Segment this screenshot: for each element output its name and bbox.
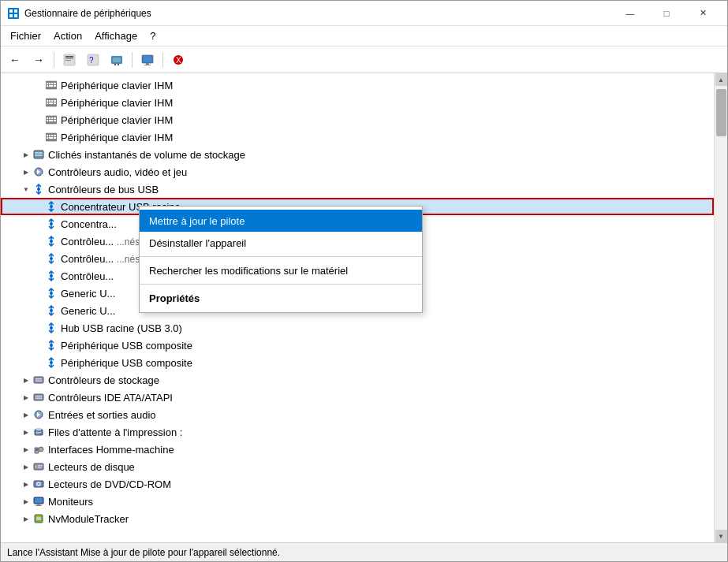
ctx-properties[interactable]: Propriétés [140, 287, 422, 309]
minimize-button[interactable]: — [612, 1, 648, 26]
svg-rect-79 [36, 434, 39, 434]
tree-item-kbd4[interactable]: Périphérique clavier IHM [1, 128, 714, 146]
tree-item-hub-usb3[interactable]: Hub USB racine (USB 3.0) [1, 319, 714, 337]
svg-rect-35 [54, 102, 56, 104]
back-button[interactable]: ← [4, 50, 26, 70]
expand-icon [32, 79, 45, 91]
menu-action[interactable]: Action [47, 28, 88, 45]
expand-icon: ▶ [20, 166, 32, 178]
svg-rect-51 [54, 137, 56, 139]
close-button[interactable]: ✕ [685, 1, 721, 26]
svg-rect-40 [54, 117, 56, 119]
tree-item-ide[interactable]: ▶ Contrôleurs IDE ATA/ATAPI [1, 389, 714, 406]
menu-bar: Fichier Action Affichage ? [1, 26, 727, 47]
expand-icon [32, 131, 45, 143]
tree-item-composite1[interactable]: Périphérique USB composite [1, 337, 714, 354]
tree-item-kbd3[interactable]: Périphérique clavier IHM [1, 111, 714, 128]
window-title: Gestionnaire de périphériques [24, 8, 612, 19]
svg-rect-46 [49, 135, 50, 136]
expand-icon [32, 287, 45, 300]
svg-point-62 [50, 274, 53, 277]
ctx-separator-1 [140, 256, 422, 257]
menu-affichage[interactable]: Affichage [88, 28, 144, 45]
keyboard-icon [45, 96, 58, 109]
properties-button[interactable] [58, 50, 80, 70]
tree-item-audio-io[interactable]: ▶ Entrées et sorties audio [1, 406, 714, 423]
svg-rect-91 [37, 504, 40, 505]
tree-item-monitors[interactable]: ▶ Moniteurs [1, 493, 714, 510]
scrollbar[interactable]: ▲ ▼ [714, 73, 727, 542]
disk-icon [32, 460, 45, 473]
svg-text:?: ? [89, 56, 94, 65]
tree-label: Moniteurs [48, 496, 93, 508]
svg-rect-39 [51, 117, 53, 119]
expand-icon: ▶ [20, 478, 32, 490]
ctx-update-driver[interactable]: Mettre à jour le pilote [140, 210, 422, 232]
monitor-icon [32, 495, 45, 508]
svg-rect-15 [142, 55, 153, 63]
maximize-button[interactable]: □ [648, 1, 685, 26]
tree-item-hmi[interactable]: ▶ Interfaces Homme-machine [1, 441, 714, 458]
svg-rect-33 [47, 102, 48, 104]
ctx-uninstall-device[interactable]: Désinstaller l'appareil [140, 232, 422, 254]
dvd-icon [32, 478, 45, 490]
window-icon [7, 7, 20, 20]
usb-icon [45, 235, 58, 248]
title-bar: Gestionnaire de périphériques — □ ✕ [1, 1, 727, 26]
svg-rect-4 [14, 14, 17, 17]
expand-icon [32, 235, 45, 248]
storage-icon [32, 391, 45, 404]
ctx-scan-hardware[interactable]: Rechercher les modifications sur le maté… [140, 259, 422, 281]
tree-item-audio[interactable]: ▶ Contrôleurs audio, vidéo et jeu [1, 163, 714, 181]
tree-label: Périphérique clavier IHM [61, 132, 173, 143]
uninstall-button[interactable]: X [167, 50, 189, 70]
update-driver-button[interactable]: ? [82, 50, 104, 70]
expand-icon [32, 114, 45, 126]
tree-item-usb-root[interactable]: ▼ Contrôleurs de bus USB [1, 181, 714, 198]
svg-rect-23 [51, 83, 53, 84]
storage-icon [32, 374, 45, 386]
svg-rect-48 [54, 135, 56, 136]
tree-item-kbd1[interactable]: Périphérique clavier IHM [1, 76, 714, 94]
svg-rect-70 [35, 381, 42, 382]
scroll-up[interactable]: ▲ [715, 73, 727, 86]
svg-rect-68 [34, 377, 43, 383]
tree-item-snapshots[interactable]: ▶ Clichés instantanés de volume de stock… [1, 146, 714, 163]
svg-point-57 [37, 188, 40, 191]
expand-icon: ▶ [20, 443, 32, 456]
toolbar-separator-3 [162, 52, 163, 68]
tree-item-nvmodule[interactable]: ▶ NvModuleTracker [1, 510, 714, 527]
tree-item-print[interactable]: ▶ Files d'attente à l'impression : [1, 423, 714, 441]
toolbar: ← → ? [1, 47, 727, 73]
svg-rect-85 [38, 465, 43, 467]
monitor-button[interactable] [136, 50, 159, 70]
expand-icon: ▶ [20, 391, 32, 404]
hmi-icon [32, 443, 45, 456]
forward-button[interactable]: → [28, 50, 50, 70]
scroll-thumb[interactable] [716, 89, 726, 136]
tree-item-disk[interactable]: ▶ Lecteurs de disque [1, 458, 714, 475]
tree-item-storage[interactable]: ▶ Contrôleurs de stockage [1, 371, 714, 389]
scroll-track[interactable] [716, 86, 726, 530]
svg-rect-3 [9, 14, 13, 17]
scan-hardware-button[interactable] [106, 50, 128, 70]
scroll-down[interactable]: ▼ [715, 530, 727, 542]
tree-item-kbd2[interactable]: Périphérique clavier IHM [1, 94, 714, 111]
tree-label: Concentra... [61, 218, 117, 230]
tree-item-dvd[interactable]: ▶ Lecteurs de DVD/CD-ROM [1, 475, 714, 493]
menu-fichier[interactable]: Fichier [4, 28, 47, 45]
usb-icon [45, 252, 58, 265]
usb-hub-icon [45, 200, 58, 213]
svg-rect-16 [146, 63, 149, 65]
expand-icon: ▶ [20, 148, 32, 161]
context-menu: Mettre à jour le pilote Désinstaller l'a… [139, 206, 423, 313]
expand-icon: ▶ [20, 374, 32, 386]
tree-item-composite2[interactable]: Périphérique USB composite [1, 354, 714, 371]
tree-label: Périphérique clavier IHM [61, 97, 173, 109]
menu-help[interactable]: ? [144, 28, 162, 45]
svg-rect-95 [37, 515, 40, 517]
content-area: Périphérique clavier IHM Périphérique cl… [1, 73, 727, 542]
usb-icon [45, 304, 58, 317]
expand-icon [32, 96, 45, 109]
svg-rect-73 [35, 398, 42, 400]
